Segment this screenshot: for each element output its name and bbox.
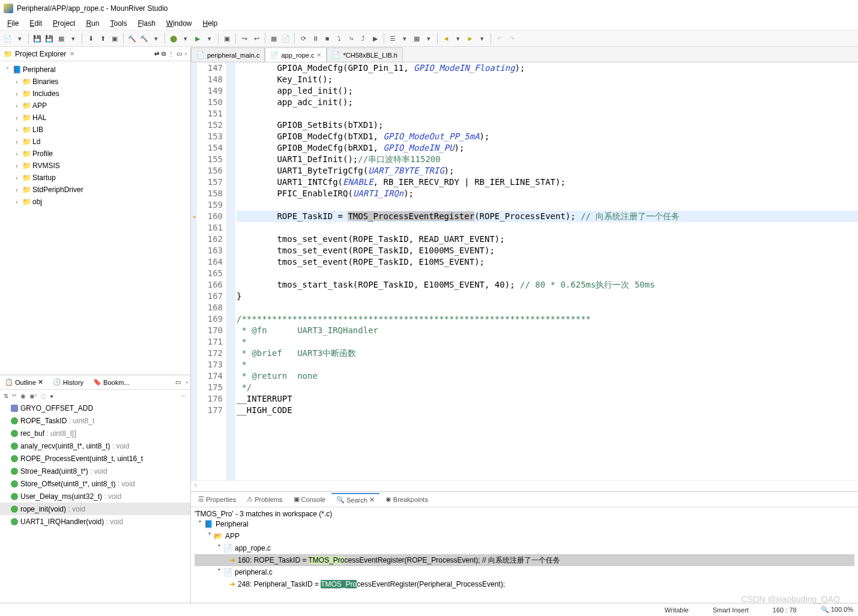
tree-item[interactable]: ›📁HAL bbox=[1, 112, 189, 124]
chevron-right-icon[interactable]: › bbox=[13, 163, 20, 169]
menu-edit[interactable]: Edit bbox=[25, 18, 47, 29]
chevron-right-icon[interactable]: › bbox=[13, 91, 20, 97]
minimize-icon[interactable]: ▭ bbox=[173, 379, 183, 385]
editor-tab[interactable]: 📄peripheral_main.c bbox=[191, 47, 265, 62]
chevron-right-icon[interactable]: › bbox=[13, 139, 20, 145]
project-tree[interactable]: ˅ 📘 Peripheral ›📁Binaries›📁Includes›📁APP… bbox=[0, 61, 190, 375]
tree-item[interactable]: ›📁APP bbox=[1, 100, 189, 112]
link-icon[interactable]: ⧉ bbox=[162, 50, 166, 58]
redo-icon[interactable]: ↷ bbox=[506, 33, 517, 44]
run-icon[interactable]: ▶ bbox=[192, 33, 203, 44]
outline-list[interactable]: GRYO_OFFSET_ADD ROPE_TaskID : uint8_trec… bbox=[0, 402, 190, 603]
box-icon[interactable]: ▦ bbox=[56, 33, 67, 44]
tree-item[interactable]: ›📁Binaries bbox=[1, 76, 189, 88]
build-all-icon[interactable]: 🔨 bbox=[139, 33, 150, 44]
hide-icon[interactable]: ◉ˢ bbox=[29, 393, 37, 399]
dropdown-icon[interactable]: ▾ bbox=[423, 33, 434, 44]
dropdown-icon[interactable]: ▾ bbox=[151, 33, 162, 44]
tree-item[interactable]: ›📁LIB bbox=[1, 124, 189, 136]
menu-window[interactable]: Window bbox=[162, 18, 197, 29]
tree-item[interactable]: ›📁RVMSIS bbox=[1, 160, 189, 172]
tab-history[interactable]: 🕓 History bbox=[48, 376, 88, 388]
tab-breakpoints[interactable]: ◉ Breakpoints bbox=[381, 494, 433, 505]
dropdown-icon[interactable]: ▾ bbox=[14, 33, 25, 44]
menu-file[interactable]: File bbox=[2, 18, 23, 29]
chip-icon[interactable]: ▣ bbox=[109, 33, 120, 44]
close-icon[interactable]: ✕ bbox=[38, 378, 43, 386]
new-icon[interactable]: 📄 bbox=[2, 33, 13, 44]
undo-icon[interactable]: ↶ bbox=[494, 33, 505, 44]
step-icon[interactable]: ↪ bbox=[239, 33, 250, 44]
sort-icon[interactable]: ⇅ bbox=[4, 393, 8, 399]
az-icon[interactable]: ᵃᶻ bbox=[12, 393, 17, 399]
menu-icon[interactable]: ▫ bbox=[184, 50, 187, 57]
step-over-icon[interactable]: ⤵ bbox=[334, 33, 345, 44]
grid2-icon[interactable]: ▦ bbox=[411, 33, 422, 44]
save-icon[interactable]: 💾 bbox=[32, 33, 43, 44]
collapse-icon[interactable]: ⇄ bbox=[154, 50, 159, 57]
upload-icon[interactable]: ⬆ bbox=[97, 33, 108, 44]
filter-icon[interactable]: ◉ bbox=[20, 393, 26, 399]
dropdown-icon[interactable]: ▾ bbox=[453, 33, 464, 44]
doc-icon[interactable]: 📄 bbox=[280, 33, 291, 44]
tree-item[interactable]: ›📁StdPeriphDriver bbox=[1, 184, 189, 196]
menu-run[interactable]: Run bbox=[81, 18, 104, 29]
refresh-icon[interactable]: ⟳ bbox=[298, 33, 309, 44]
chevron-right-icon[interactable]: › bbox=[13, 79, 20, 85]
outline-item[interactable]: ROPE_TaskID : uint8_t bbox=[0, 414, 190, 427]
tab-outline[interactable]: 📋 Outline ✕ bbox=[0, 376, 48, 388]
outline-item[interactable]: rope_init(void) : void bbox=[0, 503, 190, 515]
dropdown-icon[interactable]: ▾ bbox=[68, 33, 79, 44]
outline-item[interactable]: ROPE_ProcessEvent(uint8_t, uint16_t bbox=[0, 452, 190, 465]
menu-help[interactable]: Help bbox=[198, 18, 223, 29]
editor-tab[interactable]: 📄*CH58xBLE_LIB.h bbox=[327, 47, 403, 62]
chevron-right-icon[interactable]: › bbox=[13, 199, 20, 205]
zoom-out-icon[interactable]: 🔍 bbox=[821, 606, 829, 613]
chevron-right-icon[interactable]: › bbox=[13, 115, 20, 121]
tab-bookmarks[interactable]: 🔖 Bookm... bbox=[88, 376, 134, 388]
close-icon[interactable]: ✕ bbox=[68, 50, 76, 57]
hide2-icon[interactable]: ◌ bbox=[41, 393, 46, 399]
code-editor[interactable]: ➜ 14714814915015115215315415515615715815… bbox=[191, 62, 858, 480]
dropdown-icon[interactable]: ▾ bbox=[180, 33, 191, 44]
close-icon[interactable]: ✕ bbox=[369, 496, 375, 504]
outline-item[interactable]: GRYO_OFFSET_ADD bbox=[0, 402, 190, 414]
tab-search[interactable]: 🔍 Search ✕ bbox=[331, 493, 379, 506]
terminal-icon[interactable]: ▣ bbox=[222, 33, 232, 44]
hscroll[interactable]: ‹ bbox=[191, 480, 858, 491]
outline-item[interactable]: rec_buf : uint8_t[] bbox=[0, 427, 190, 439]
step-into-icon[interactable]: ⤷ bbox=[346, 33, 357, 44]
tab-properties[interactable]: ☰ Properties bbox=[193, 494, 241, 505]
tree-item[interactable]: ›📁Startup bbox=[1, 172, 189, 184]
minimize-icon[interactable]: ▭ bbox=[177, 50, 182, 57]
editor-tab[interactable]: 📄app_rope.c ✕ bbox=[265, 47, 327, 62]
search-file[interactable]: ˅📄peripheral.c bbox=[195, 566, 854, 578]
tab-console[interactable]: ▣ Console bbox=[289, 494, 330, 505]
step-out-icon[interactable]: ⤴ bbox=[358, 33, 369, 44]
menu-project[interactable]: Project bbox=[48, 18, 80, 29]
save-all-icon[interactable]: 💾 bbox=[44, 33, 55, 44]
list-icon[interactable]: ☰ bbox=[387, 33, 398, 44]
chevron-right-icon[interactable]: › bbox=[13, 151, 20, 157]
dropdown-icon[interactable]: ▾ bbox=[204, 33, 215, 44]
search-match[interactable]: ➜248: Peripheral_TaskID = TMOS_ProcessEv… bbox=[195, 578, 854, 590]
chevron-right-icon[interactable]: › bbox=[13, 127, 20, 133]
tree-item[interactable]: ›📁Profile bbox=[1, 148, 189, 160]
menu-icon[interactable]: ▫ bbox=[183, 379, 190, 385]
outline-item[interactable]: UART1_IRQHandler(void) : void bbox=[0, 515, 190, 528]
step-icon[interactable]: ↩ bbox=[251, 33, 262, 44]
chevron-right-icon[interactable]: › bbox=[13, 175, 20, 181]
chevron-right-icon[interactable]: › bbox=[13, 187, 20, 193]
tree-item[interactable]: ›📁Includes bbox=[1, 88, 189, 100]
stop-icon[interactable]: ■ bbox=[322, 33, 333, 44]
tree-item[interactable]: ›📁Ld bbox=[1, 136, 189, 148]
menu-tools[interactable]: Tools bbox=[105, 18, 131, 29]
search-folder[interactable]: ˅📂APP bbox=[195, 530, 854, 542]
search-match[interactable]: ➜160: ROPE_TaskID = TMOS_ProcessEventReg… bbox=[195, 554, 854, 566]
menu-flash[interactable]: Flash bbox=[133, 18, 160, 29]
outline-item[interactable]: analy_recv(uint8_t*, uint8_t) : void bbox=[0, 439, 190, 452]
download-icon[interactable]: ⬇ bbox=[85, 33, 96, 44]
chevron-down-icon[interactable]: ˅ bbox=[4, 67, 11, 73]
tree-root[interactable]: ˅ 📘 Peripheral bbox=[1, 64, 189, 76]
dropdown-icon[interactable]: ▾ bbox=[477, 33, 488, 44]
